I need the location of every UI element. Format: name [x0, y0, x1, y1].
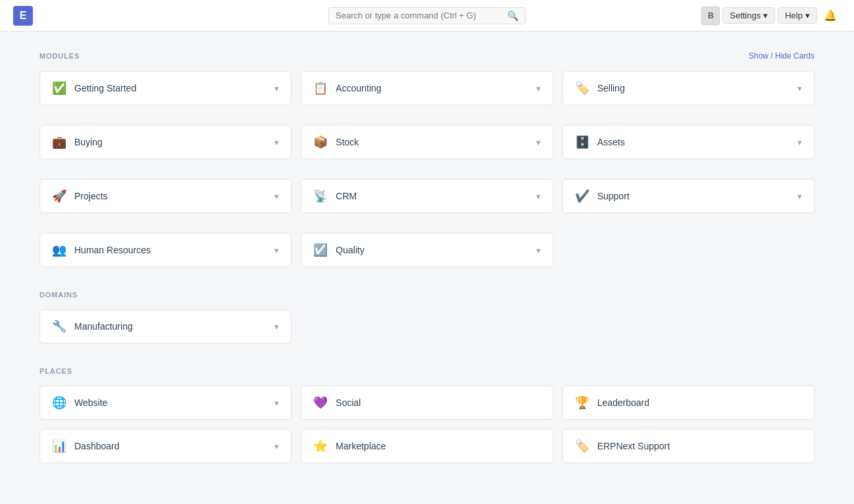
leaderboard-label: Leaderboard [597, 397, 649, 408]
projects-icon: 🚀 [52, 189, 66, 203]
card-support[interactable]: ✔️ Support ▾ [563, 179, 815, 213]
modules-row-4: 👥 Human Resources ▾ ☑️ Quality ▾ [39, 233, 815, 267]
social-label: Social [336, 397, 361, 408]
support-label: Support [597, 191, 630, 201]
card-stock[interactable]: 📦 Stock ▾ [301, 125, 553, 159]
help-chevron-icon: ▾ [805, 11, 810, 20]
settings-button[interactable]: Settings ▾ [722, 7, 775, 24]
getting-started-label: Getting Started [74, 83, 136, 93]
card-leaderboard[interactable]: 🏆 Leaderboard [563, 386, 815, 420]
domains-label: DOMAINS [39, 291, 78, 299]
main-content: MODULES Show / Hide Cards ✅ Getting Star… [0, 32, 854, 504]
leaderboard-icon: 🏆 [575, 395, 590, 410]
card-social[interactable]: 💜 Social [301, 386, 553, 420]
assets-label: Assets [597, 137, 625, 147]
card-marketplace[interactable]: ⭐ Marketplace [301, 429, 553, 463]
show-hide-cards-link[interactable]: Show / Hide Cards [749, 51, 815, 61]
getting-started-chevron-icon: ▾ [274, 84, 279, 93]
card-crm[interactable]: 📡 CRM ▾ [301, 179, 553, 213]
card-accounting[interactable]: 📋 Accounting ▾ [301, 71, 553, 105]
places-label: PLACES [39, 367, 72, 375]
projects-label: Projects [74, 191, 108, 201]
app-logo[interactable]: E [13, 6, 33, 26]
search-icon: 🔍 [507, 11, 518, 21]
modules-row-3: 🚀 Projects ▾ 📡 CRM ▾ ✔️ Support ▾ [39, 179, 815, 213]
dashboard-label: Dashboard [74, 441, 120, 451]
human-resources-label: Human Resources [74, 245, 151, 255]
card-website[interactable]: 🌐 Website ▾ [39, 386, 291, 420]
buying-icon: 💼 [52, 135, 66, 149]
settings-chevron-icon: ▾ [763, 11, 768, 20]
social-icon: 💜 [313, 395, 328, 410]
accounting-icon: 📋 [313, 81, 328, 95]
website-icon: 🌐 [52, 395, 66, 410]
card-getting-started[interactable]: ✅ Getting Started ▾ [39, 71, 291, 105]
accounting-chevron-icon: ▾ [536, 84, 541, 93]
card-dashboard[interactable]: 📊 Dashboard ▾ [39, 429, 291, 463]
navbar-right: B Settings ▾ Help ▾ 🔔 [701, 7, 841, 25]
navbar: E 🔍 B Settings ▾ Help ▾ 🔔 [0, 0, 854, 32]
quality-label: Quality [336, 245, 364, 255]
selling-label: Selling [597, 83, 625, 93]
stock-chevron-icon: ▾ [536, 138, 541, 147]
dashboard-chevron-icon: ▾ [274, 441, 279, 451]
stock-icon: 📦 [313, 135, 328, 149]
assets-icon: 🗄️ [575, 135, 590, 149]
human-resources-chevron-icon: ▾ [274, 245, 279, 255]
getting-started-icon: ✅ [52, 81, 66, 95]
quality-icon: ☑️ [313, 243, 328, 257]
domains-section-header: DOMAINS [39, 291, 815, 299]
crm-icon: 📡 [313, 189, 328, 203]
card-projects[interactable]: 🚀 Projects ▾ [39, 179, 291, 213]
bell-icon: 🔔 [824, 10, 837, 21]
accounting-label: Accounting [336, 83, 381, 93]
avatar[interactable]: B [701, 7, 720, 25]
crm-chevron-icon: ▾ [536, 191, 541, 201]
modules-row-1: ✅ Getting Started ▾ 📋 Accounting ▾ 🏷️ Se… [39, 71, 815, 105]
manufacturing-chevron-icon: ▾ [274, 322, 279, 332]
manufacturing-icon: 🔧 [52, 319, 66, 334]
manufacturing-label: Manufacturing [74, 321, 133, 332]
card-selling[interactable]: 🏷️ Selling ▾ [563, 71, 815, 105]
modules-row-2: 💼 Buying ▾ 📦 Stock ▾ 🗄️ Assets ▾ [39, 125, 815, 159]
card-assets[interactable]: 🗄️ Assets ▾ [563, 125, 815, 159]
card-human-resources[interactable]: 👥 Human Resources ▾ [39, 233, 291, 267]
crm-label: CRM [336, 191, 357, 201]
dashboard-icon: 📊 [52, 439, 66, 453]
modules-section-header: MODULES Show / Hide Cards [39, 51, 815, 61]
help-button[interactable]: Help ▾ [778, 7, 817, 24]
projects-chevron-icon: ▾ [274, 191, 279, 201]
places-row-1: 🌐 Website ▾ 💜 Social 🏆 Leaderboard [39, 386, 815, 420]
card-buying[interactable]: 💼 Buying ▾ [39, 125, 291, 159]
card-manufacturing[interactable]: 🔧 Manufacturing ▾ [39, 309, 291, 343]
support-chevron-icon: ▾ [797, 191, 802, 201]
selling-icon: 🏷️ [575, 81, 590, 95]
marketplace-label: Marketplace [336, 441, 386, 451]
stock-label: Stock [336, 137, 359, 147]
modules-section: MODULES Show / Hide Cards ✅ Getting Star… [39, 51, 815, 267]
domains-row-1: 🔧 Manufacturing ▾ [39, 309, 815, 343]
erpnext-support-label: ERPNext Support [597, 441, 670, 451]
erpnext-support-icon: 🏷️ [575, 439, 590, 453]
places-section-header: PLACES [39, 367, 815, 375]
search-bar[interactable]: 🔍 [328, 7, 526, 24]
places-section: PLACES 🌐 Website ▾ 💜 Social 🏆 Lea [39, 367, 815, 463]
buying-chevron-icon: ▾ [274, 138, 279, 147]
website-chevron-icon: ▾ [274, 398, 279, 408]
notifications-bell-button[interactable]: 🔔 [820, 7, 841, 24]
buying-label: Buying [74, 137, 103, 147]
card-erpnext-support[interactable]: 🏷️ ERPNext Support [563, 429, 815, 463]
domains-section: DOMAINS 🔧 Manufacturing ▾ [39, 291, 815, 343]
support-icon: ✔️ [575, 189, 590, 203]
card-quality[interactable]: ☑️ Quality ▾ [301, 233, 553, 267]
search-input[interactable] [336, 11, 503, 20]
quality-chevron-icon: ▾ [536, 245, 541, 255]
assets-chevron-icon: ▾ [797, 138, 802, 147]
modules-label: MODULES [39, 52, 80, 60]
selling-chevron-icon: ▾ [797, 84, 802, 93]
marketplace-icon: ⭐ [313, 439, 328, 453]
website-label: Website [74, 397, 107, 408]
places-row-2: 📊 Dashboard ▾ ⭐ Marketplace 🏷️ ERPNext S… [39, 429, 815, 463]
human-resources-icon: 👥 [52, 243, 66, 257]
